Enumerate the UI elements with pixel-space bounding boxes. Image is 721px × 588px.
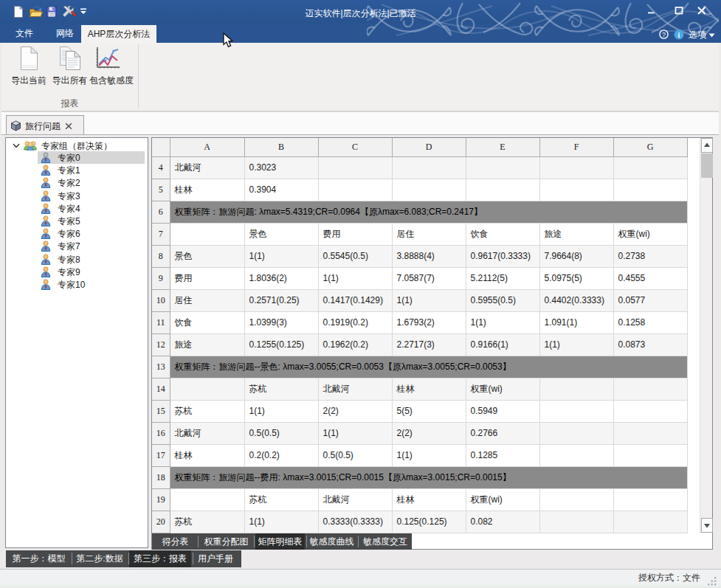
- svg-text:?: ?: [662, 31, 666, 38]
- svg-text:i: i: [678, 31, 680, 39]
